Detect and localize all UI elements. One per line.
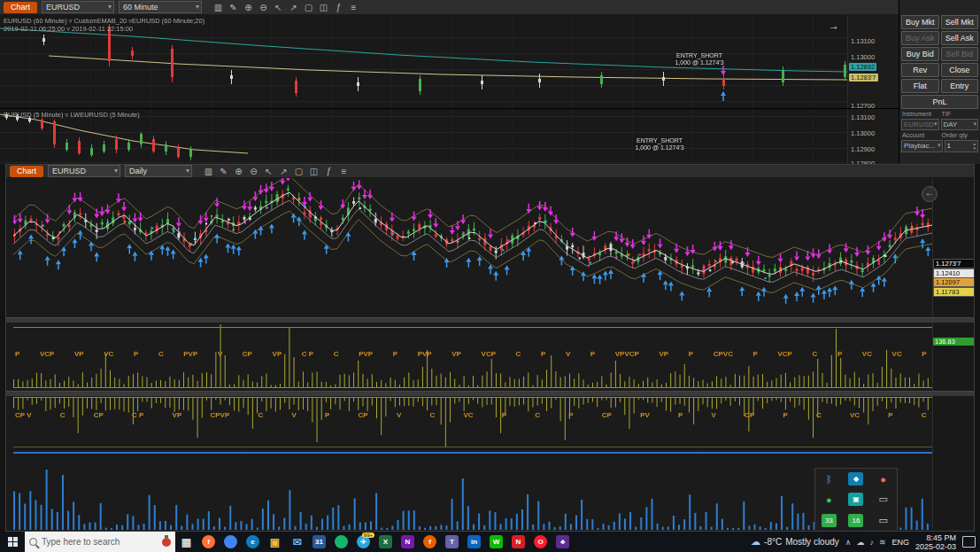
- tray-icon[interactable]: ≋: [879, 538, 886, 547]
- axis-price-label: 1.12700: [851, 102, 875, 108]
- order-qty-stepper[interactable]: 1▴▾: [945, 140, 979, 152]
- indicator-letter: PVP: [183, 350, 197, 358]
- sell-ask-button[interactable]: Sell Ask: [941, 31, 979, 45]
- clock[interactable]: 8:45 PM 2025-02-03: [915, 533, 956, 551]
- taskbar-app[interactable]: ▦: [175, 532, 197, 552]
- indicators-icon[interactable]: ƒ: [322, 167, 336, 176]
- axis-price-label: 1.13100: [851, 113, 875, 121]
- taskbar-app[interactable]: e: [242, 532, 264, 552]
- indicator2-canvas[interactable]: [13, 394, 932, 451]
- indicator-letter: C P: [132, 411, 143, 419]
- rev-button[interactable]: Rev: [901, 63, 939, 77]
- taskbar-app[interactable]: ✈99+: [352, 532, 374, 552]
- taskbar-app[interactable]: T: [441, 532, 463, 552]
- chart-60min-legend-dates[interactable]: 2019-02-11 06:25:00 ▿ 2019-02-11 22:15:0…: [4, 25, 133, 33]
- tray-popup-item[interactable]: 16: [843, 510, 870, 531]
- buy-mkt-button[interactable]: Buy Mkt: [901, 15, 939, 29]
- taskbar-app[interactable]: ▣: [264, 532, 286, 552]
- stepper-arrows-icon[interactable]: ▴▾: [973, 142, 976, 151]
- pointer-mode-icon[interactable]: ↗: [277, 167, 290, 176]
- daily-price-canvas[interactable]: [13, 178, 932, 316]
- tray-icon[interactable]: ∧: [845, 538, 852, 547]
- entry-button[interactable]: Entry: [941, 79, 979, 93]
- language-indicator[interactable]: ENG: [891, 538, 909, 547]
- zoom-in-icon[interactable]: ⊕: [242, 3, 255, 12]
- buy-bid-button[interactable]: Buy Bid: [901, 47, 939, 61]
- indicator-letter: PV: [640, 411, 650, 419]
- window-icon[interactable]: ◫: [317, 3, 330, 12]
- buy-ask-button[interactable]: Buy Ask: [901, 31, 939, 45]
- chart-5min-legend[interactable]: EURUSD (5 Minute) ▿ LWEURUSD (5 Minute): [4, 111, 140, 119]
- instrument-select[interactable]: EURUSD: [42, 1, 114, 13]
- edge-icon: e: [246, 535, 259, 548]
- menu-icon[interactable]: ≡: [347, 3, 360, 12]
- badge-16-icon: 16: [848, 514, 863, 527]
- zoom-in-icon[interactable]: ⊕: [232, 167, 245, 176]
- taskbar-app[interactable]: N: [397, 532, 419, 552]
- taskbar-app[interactable]: ✉: [286, 532, 308, 552]
- start-button[interactable]: [0, 532, 25, 552]
- instrument-select[interactable]: EURUSD: [901, 119, 939, 130]
- zoom-out-icon[interactable]: ⊖: [247, 167, 260, 176]
- tray-popup-item[interactable]: ▭: [869, 489, 897, 509]
- flat-button[interactable]: Flat: [901, 79, 939, 93]
- chart-60min-legend[interactable]: EURUSD (60 Minute) ▿ CustomEMAB_20 ▿EURU…: [4, 17, 204, 25]
- cursor-icon[interactable]: ↖: [272, 3, 285, 12]
- taskbar-app[interactable]: N: [507, 532, 529, 552]
- notification-center-icon[interactable]: [962, 536, 976, 548]
- search-input[interactable]: Type here to search: [25, 532, 175, 552]
- weather-widget[interactable]: ☁ -8°C Mostly cloudy: [751, 536, 839, 548]
- taskbar-app[interactable]: O: [529, 532, 552, 552]
- order-panel-row: Buy AskSell Ask: [901, 31, 978, 45]
- menu-icon[interactable]: ≡: [337, 167, 351, 176]
- tif-select[interactable]: DAY: [941, 119, 979, 130]
- account-select[interactable]: Playbac...: [901, 140, 943, 152]
- taskbar-app[interactable]: W: [485, 532, 507, 552]
- close-button[interactable]: Close: [941, 63, 979, 77]
- tray-icon[interactable]: ♪: [869, 538, 874, 547]
- sell-mkt-button[interactable]: Sell Mkt: [941, 15, 979, 29]
- pointer-mode-icon[interactable]: ↗: [287, 3, 300, 12]
- region-icon[interactable]: ▢: [292, 167, 305, 176]
- chart-style-icon[interactable]: ▥: [212, 3, 225, 12]
- tray-popup-item[interactable]: ▣: [843, 489, 870, 509]
- taskbar-app[interactable]: X: [374, 532, 397, 552]
- scroll-back-icon[interactable]: ←: [922, 186, 938, 202]
- taskbar-app[interactable]: in: [463, 532, 485, 552]
- volume-canvas[interactable]: [13, 455, 932, 531]
- pnl-button[interactable]: PnL: [901, 95, 978, 109]
- tray-icon[interactable]: ☁: [856, 538, 864, 547]
- indicator-letter: VCP: [482, 350, 496, 358]
- taskbar-app[interactable]: f: [419, 532, 441, 552]
- period-select[interactable]: Daily: [125, 165, 192, 177]
- chart-style-icon[interactable]: ▥: [202, 167, 215, 176]
- cursor-icon[interactable]: ↖: [262, 167, 275, 176]
- tray-popup-item[interactable]: 33: [815, 510, 843, 531]
- sell-bid-button[interactable]: Sell Bid: [941, 47, 979, 61]
- scroll-forward-icon[interactable]: →: [829, 19, 839, 32]
- region-icon[interactable]: ▢: [302, 3, 315, 12]
- indicators-icon[interactable]: ƒ: [332, 3, 345, 12]
- taskbar-app[interactable]: [330, 532, 352, 552]
- taskbar-app[interactable]: ♣: [552, 532, 574, 552]
- period-select[interactable]: 60 Minute: [119, 1, 202, 13]
- draw-icon[interactable]: ✎: [217, 167, 230, 176]
- instrument-select[interactable]: EURUSD: [48, 165, 120, 177]
- tray-popup-item[interactable]: ●: [815, 489, 843, 509]
- price-axis-5min[interactable]: 1.131001.130001.129001.12800: [847, 109, 899, 165]
- chart-tab[interactable]: Chart: [10, 166, 43, 177]
- taskbar-app[interactable]: [220, 532, 242, 552]
- tray-popup-item[interactable]: ᛒ: [815, 469, 843, 489]
- draw-icon[interactable]: ✎: [227, 3, 240, 12]
- zoom-out-icon[interactable]: ⊖: [257, 3, 270, 12]
- taskbar-app[interactable]: 31: [308, 532, 330, 552]
- tray-popup-item[interactable]: ●: [869, 469, 897, 489]
- tray-popup-item[interactable]: ◆: [843, 469, 870, 489]
- netflix-icon: N: [512, 535, 525, 548]
- chart-tab[interactable]: Chart: [4, 2, 37, 13]
- price-axis-60min[interactable]: 1.131001.130001.127001.128921.1283'7: [847, 15, 899, 108]
- tray-popup-item[interactable]: ▭: [869, 510, 897, 531]
- daily-price-axis[interactable]: [932, 178, 975, 529]
- window-icon[interactable]: ◫: [307, 167, 320, 176]
- taskbar-app[interactable]: f: [197, 532, 220, 552]
